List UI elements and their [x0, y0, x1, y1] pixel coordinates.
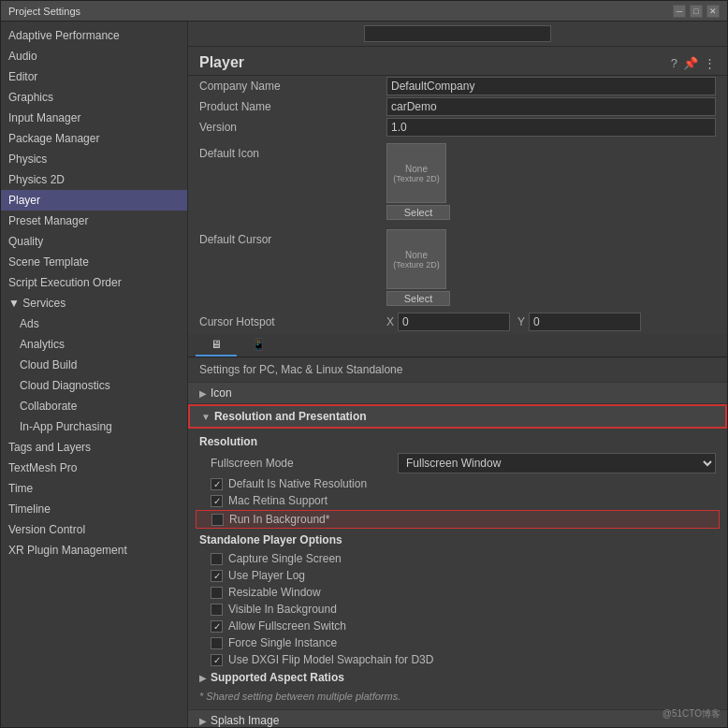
force-single-instance-label: Force Single Instance: [228, 636, 337, 649]
sidebar-group-services[interactable]: ▼ Services: [1, 293, 187, 313]
search-input[interactable]: [364, 25, 551, 42]
cursor-hotspot-label: Cursor Hotspot: [199, 315, 386, 328]
default-icon-label: Default Icon: [199, 143, 386, 160]
use-player-log-checkbox[interactable]: [211, 570, 223, 582]
default-cursor-row: Default Cursor None (Texture 2D) Select: [188, 226, 727, 310]
sidebar-item-quality[interactable]: Quality: [1, 231, 187, 252]
sidebar-item-analytics[interactable]: Analytics: [1, 334, 187, 355]
capture-single-screen-checkbox[interactable]: [211, 553, 223, 565]
sidebar-item-ads[interactable]: Ads: [1, 313, 187, 334]
version-row: Version: [188, 117, 727, 138]
cursor-hotspot-row: Cursor Hotspot X Y: [188, 310, 727, 334]
platform-tabs: 🖥 📱: [188, 334, 727, 357]
icon-none-label: None: [405, 164, 428, 174]
sidebar-item-collaborate[interactable]: Collaborate: [1, 396, 187, 416]
fullscreen-mode-select[interactable]: Fullscreen Window Exclusive Fullscreen M…: [398, 453, 716, 473]
pin-icon[interactable]: 📌: [683, 56, 698, 70]
platform-label: Settings for PC, Mac & Linux Standalone: [188, 357, 727, 382]
company-name-label: Company Name: [199, 80, 386, 93]
run-in-background-checkbox[interactable]: [211, 514, 224, 526]
version-input[interactable]: [386, 118, 716, 137]
visible-in-background-label: Visible In Background: [228, 603, 337, 616]
default-cursor-label: Default Cursor: [199, 229, 386, 246]
sidebar-item-player[interactable]: Player: [1, 190, 187, 211]
project-settings-window: Project Settings ─ □ ✕ Adaptive Performa…: [0, 0, 728, 728]
use-player-log-label: Use Player Log: [228, 569, 305, 582]
tab-pc[interactable]: 🖥: [196, 334, 237, 357]
sidebar-item-editor[interactable]: Editor: [1, 66, 187, 87]
icon-section-header[interactable]: ▶ Icon: [188, 382, 727, 404]
aspect-ratios-header[interactable]: ▶ Supported Aspect Ratios: [188, 668, 727, 687]
android-icon: 📱: [252, 338, 266, 351]
aspect-ratios-triangle: ▶: [199, 673, 207, 683]
panel-header: Player ? 📌 ⋮: [188, 47, 727, 76]
capture-single-screen-label: Capture Single Screen: [228, 552, 342, 565]
cursor-preview: None (Texture 2D): [386, 229, 446, 289]
sidebar-item-version-control[interactable]: Version Control: [1, 519, 187, 540]
icon-select-button[interactable]: Select: [386, 205, 450, 220]
force-single-instance-checkbox[interactable]: [211, 637, 223, 649]
resolution-section-header[interactable]: ▼ Resolution and Presentation: [188, 404, 727, 429]
title-bar: Project Settings ─ □ ✕: [1, 1, 727, 22]
sidebar-item-preset-manager[interactable]: Preset Manager: [1, 211, 187, 231]
maximize-button[interactable]: □: [690, 5, 703, 18]
sidebar-item-script-execution-order[interactable]: Script Execution Order: [1, 272, 187, 293]
native-resolution-checkbox[interactable]: [211, 478, 223, 490]
resizable-window-checkbox[interactable]: [211, 587, 223, 599]
dxgi-label: Use DXGI Flip Model Swapchain for D3D: [228, 653, 433, 666]
close-button[interactable]: ✕: [706, 5, 720, 18]
resizable-window-label: Resizable Window: [228, 586, 321, 599]
sidebar-item-cloud-build[interactable]: Cloud Build: [1, 355, 187, 375]
sidebar-item-adaptive-performance[interactable]: Adaptive Performance: [1, 25, 187, 46]
run-in-background-label: Run In Background*: [229, 513, 329, 526]
visible-in-background-checkbox[interactable]: [211, 604, 223, 616]
run-in-background-row: Run In Background*: [196, 510, 720, 529]
sidebar-item-scene-template[interactable]: Scene Template: [1, 252, 187, 272]
window-title: Project Settings: [8, 6, 80, 17]
hotspot-x-input[interactable]: [398, 313, 510, 331]
footer-note: * Shared setting between multiple platfo…: [188, 687, 727, 706]
product-name-input[interactable]: [386, 97, 716, 116]
icon-type-label: (Texture 2D): [393, 174, 440, 183]
sidebar-item-audio[interactable]: Audio: [1, 46, 187, 66]
sidebar-item-graphics[interactable]: Graphics: [1, 87, 187, 108]
sidebar-item-physics[interactable]: Physics: [1, 149, 187, 169]
hotspot-y-input[interactable]: [529, 313, 641, 331]
tab-android[interactable]: 📱: [237, 334, 281, 357]
allow-fullscreen-switch-checkbox[interactable]: [211, 620, 223, 633]
dxgi-checkbox[interactable]: [211, 654, 223, 666]
main-panel: Player ? 📌 ⋮ Company Name Product Name V…: [188, 22, 727, 727]
sidebar-item-tags-and-layers[interactable]: Tags and Layers: [1, 437, 187, 458]
native-resolution-label: Default Is Native Resolution: [228, 477, 367, 490]
sidebar-item-textmesh-pro[interactable]: TextMesh Pro: [1, 458, 187, 478]
cursor-none-label: None: [405, 250, 428, 260]
sidebar-item-in-app-purchasing[interactable]: In-App Purchasing: [1, 416, 187, 437]
splash-image-section-header[interactable]: ▶ Splash Image: [188, 709, 727, 727]
sidebar-item-package-manager[interactable]: Package Manager: [1, 128, 187, 149]
sidebar-item-cloud-diagnostics[interactable]: Cloud Diagnostics: [1, 375, 187, 396]
cursor-select-button[interactable]: Select: [386, 291, 450, 306]
pc-icon: 🖥: [211, 338, 222, 351]
watermark: @51CTO博客: [662, 707, 721, 721]
sidebar-item-timeline[interactable]: Timeline: [1, 499, 187, 519]
icon-preview: None (Texture 2D): [386, 143, 446, 203]
use-player-log-row: Use Player Log: [188, 567, 727, 584]
sidebar-item-physics-2d[interactable]: Physics 2D: [1, 169, 187, 190]
more-icon[interactable]: ⋮: [704, 56, 716, 70]
fullscreen-mode-row: Fullscreen Mode Fullscreen Window Exclus…: [188, 451, 727, 475]
company-name-input[interactable]: [386, 77, 716, 95]
sidebar-item-xr-plugin-management[interactable]: XR Plugin Management: [1, 540, 187, 561]
fullscreen-mode-label: Fullscreen Mode: [211, 457, 398, 470]
sidebar-item-time[interactable]: Time: [1, 478, 187, 499]
standalone-options-header: Standalone Player Options: [188, 530, 727, 550]
force-single-instance-row: Force Single Instance: [188, 634, 727, 651]
default-icon-value: None (Texture 2D) Select: [386, 143, 450, 220]
retina-support-checkbox[interactable]: [211, 495, 223, 507]
sidebar-item-input-manager[interactable]: Input Manager: [1, 108, 187, 128]
splash-image-label: Splash Image: [211, 714, 279, 727]
resizable-window-row: Resizable Window: [188, 584, 727, 601]
native-resolution-row: Default Is Native Resolution: [188, 475, 727, 492]
help-icon[interactable]: ?: [671, 56, 677, 70]
retina-support-label: Mac Retina Support: [228, 494, 328, 507]
minimize-button[interactable]: ─: [673, 5, 686, 18]
